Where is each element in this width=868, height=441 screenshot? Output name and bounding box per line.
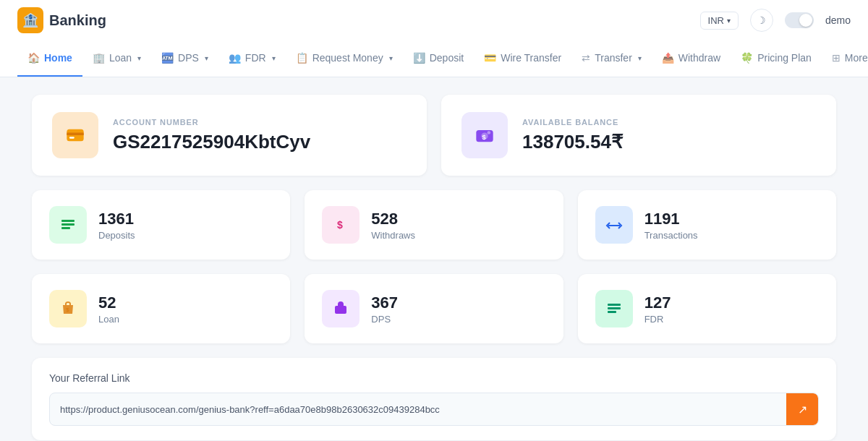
nav-item-request-money[interactable]: 📋 Request Money ▾ — [286, 40, 403, 77]
logo: 🏦 Banking — [17, 7, 106, 33]
nav-icon-pricing-plan: 🍀 — [741, 52, 753, 64]
account-number-value: GS2217525904KbtCyv — [113, 131, 310, 153]
svg-text:$: $ — [337, 219, 343, 231]
nav-item-loan[interactable]: 🏢 Loan ▾ — [82, 40, 151, 77]
logo-icon: 🏦 — [17, 7, 43, 33]
nav-icon-fdr: 👥 — [229, 52, 241, 64]
stat-icon-dps — [322, 290, 359, 327]
nav-item-pricing-plan[interactable]: 🍀 Pricing Plan — [731, 40, 822, 77]
nav-item-fdr[interactable]: 👥 FDR ▾ — [218, 40, 286, 77]
account-icon — [52, 112, 98, 158]
nav-label-request-money: Request Money — [312, 52, 383, 64]
account-number-label: ACCOUNT NUMBER — [113, 118, 310, 127]
toggle-switch[interactable] — [785, 12, 814, 28]
nav-label-fdr: FDR — [245, 52, 266, 64]
nav-caret-fdr: ▾ — [272, 54, 276, 62]
stat-icon-transactions — [595, 206, 633, 244]
referral-input-wrap: ↗ — [49, 393, 819, 426]
header: 🏦 Banking INR ▾ ☽ demo — [0, 0, 868, 40]
nav-icon-wire-transfer: 💳 — [484, 52, 496, 64]
currency-selector[interactable]: INR ▾ — [700, 12, 739, 30]
stat-label-withdraws: Withdraws — [371, 230, 415, 241]
logo-emoji: 🏦 — [22, 12, 38, 28]
svg-rect-1 — [67, 133, 83, 136]
nav-item-dps[interactable]: 🏧 DPS ▾ — [151, 40, 218, 77]
stat-number-transactions: 1191 — [644, 210, 698, 228]
currency-caret: ▾ — [727, 17, 731, 25]
stat-info-deposits: 1361 Deposits — [98, 210, 135, 241]
stat-number-deposits: 1361 — [98, 210, 135, 228]
stats-row1: 1361 Deposits $ 528 Withdraws 1191 Trans… — [32, 190, 836, 260]
balance-icon: $ — [461, 112, 508, 158]
nav-icon-withdraw: 📤 — [662, 52, 674, 64]
nav-caret-request-money: ▾ — [389, 54, 393, 62]
svg-rect-9 — [61, 227, 70, 229]
nav-icon-loan: 🏢 — [93, 52, 105, 64]
copy-icon: ↗ — [798, 403, 807, 416]
svg-rect-2 — [69, 137, 75, 138]
nav-item-deposit[interactable]: ⬇️ Deposit — [403, 40, 474, 77]
nav-item-transfer[interactable]: ⇄ Transfer ▾ — [571, 40, 652, 77]
svg-rect-14 — [608, 307, 621, 309]
nav-label-wire-transfer: Wire Transfer — [501, 52, 561, 64]
dark-mode-icon: ☽ — [757, 14, 766, 26]
stat-card-dps: 367 DPS — [305, 274, 563, 343]
nav-item-home[interactable]: 🏠 Home — [17, 40, 82, 77]
svg-rect-12 — [335, 306, 346, 314]
account-info: ACCOUNT NUMBER GS2217525904KbtCyv — [113, 118, 310, 153]
referral-section: Your Referral Link ↗ — [32, 358, 836, 440]
svg-rect-8 — [61, 223, 75, 226]
stat-card-transactions: 1191 Transactions — [578, 190, 836, 260]
navbar: 🏠 Home 🏢 Loan ▾🏧 DPS ▾👥 FDR ▾📋 Request M… — [0, 40, 868, 77]
balance-value: 138705.54₹ — [522, 131, 624, 153]
stat-number-withdraws: 528 — [371, 210, 415, 228]
nav-icon-request-money: 📋 — [296, 52, 308, 64]
stat-info-transactions: 1191 Transactions — [644, 210, 698, 241]
stat-info-fdr: 127 FDR — [644, 294, 671, 325]
logo-text: Banking — [49, 12, 106, 29]
user-name: demo — [825, 14, 851, 26]
stat-icon-fdr — [595, 290, 633, 327]
nav-label-pricing-plan: Pricing Plan — [757, 52, 812, 64]
stat-info-loan: 52 Loan — [98, 294, 119, 325]
nav-item-withdraw[interactable]: 📤 Withdraw — [652, 40, 731, 77]
account-number-card: ACCOUNT NUMBER GS2217525904KbtCyv — [32, 95, 427, 176]
stat-card-loan: $ 52 Loan — [32, 274, 290, 343]
referral-copy-button[interactable]: ↗ — [786, 393, 818, 425]
svg-rect-7 — [61, 220, 75, 222]
dark-mode-toggle[interactable]: ☽ — [750, 9, 773, 32]
stat-icon-withdraws: $ — [322, 206, 359, 244]
stat-label-loan: Loan — [98, 314, 119, 325]
stat-icon-deposits — [49, 206, 87, 244]
stat-label-fdr: FDR — [644, 314, 671, 325]
stat-label-deposits: Deposits — [98, 230, 135, 241]
stat-label-dps: DPS — [371, 314, 398, 325]
svg-rect-13 — [608, 304, 621, 306]
svg-point-6 — [488, 131, 491, 134]
referral-link-input[interactable] — [50, 397, 786, 422]
nav-icon-deposit: ⬇️ — [413, 52, 425, 64]
referral-title: Your Referral Link — [49, 372, 819, 384]
svg-rect-15 — [608, 311, 616, 313]
stat-card-withdraws: $ 528 Withdraws — [305, 190, 563, 260]
nav-icon-more: ⊞ — [832, 52, 841, 64]
header-right: INR ▾ ☽ demo — [700, 9, 851, 32]
nav-label-withdraw: Withdraw — [678, 52, 720, 64]
nav-item-more[interactable]: ⊞ More ▾ — [822, 40, 868, 77]
nav-label-loan: Loan — [109, 52, 132, 64]
stat-label-transactions: Transactions — [644, 230, 698, 241]
stat-icon-loan: $ — [49, 290, 87, 327]
stat-number-fdr: 127 — [644, 294, 671, 312]
svg-text:$: $ — [66, 307, 69, 313]
balance-card: $ AVAILABLE BALANCE 138705.54₹ — [441, 95, 836, 176]
nav-icon-home: 🏠 — [27, 52, 40, 64]
stat-card-deposits: 1361 Deposits — [32, 190, 290, 260]
stat-number-loan: 52 — [98, 294, 119, 312]
nav-icon-transfer: ⇄ — [582, 52, 590, 64]
nav-item-wire-transfer[interactable]: 💳 Wire Transfer — [474, 40, 571, 77]
nav-label-home: Home — [44, 52, 72, 64]
nav-icon-dps: 🏧 — [161, 52, 174, 64]
nav-label-more: More — [845, 52, 868, 64]
stat-info-withdraws: 528 Withdraws — [371, 210, 415, 241]
svg-text:$: $ — [482, 134, 487, 141]
